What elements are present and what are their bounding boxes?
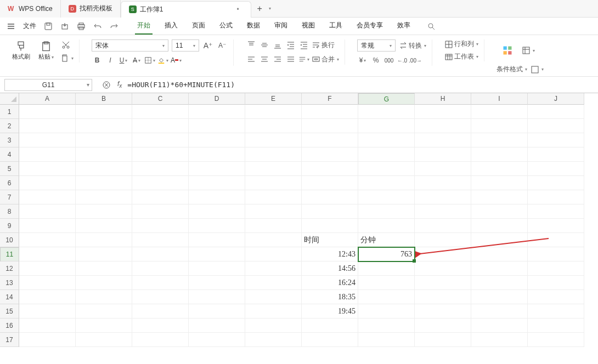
strike-icon[interactable]: A̶▾ xyxy=(131,55,142,66)
cell-C16[interactable] xyxy=(132,318,189,333)
cell-F3[interactable] xyxy=(302,133,358,147)
cell-D5[interactable] xyxy=(189,162,245,176)
name-box[interactable]: G11 ▾ xyxy=(4,79,92,91)
cell-B10[interactable] xyxy=(76,233,132,247)
cell-C6[interactable] xyxy=(132,176,189,190)
row-header-2[interactable]: 2 xyxy=(0,119,19,133)
cell-A14[interactable] xyxy=(19,290,76,304)
cell-D3[interactable] xyxy=(189,133,245,147)
cell-H6[interactable] xyxy=(415,176,471,190)
cell-E13[interactable] xyxy=(245,276,302,290)
cell-E3[interactable] xyxy=(245,133,302,147)
cell-F7[interactable] xyxy=(302,190,358,204)
cell-C8[interactable] xyxy=(132,204,189,219)
cell-H9[interactable] xyxy=(415,219,471,233)
fill-color-icon[interactable]: ▾ xyxy=(157,55,168,66)
cell-C4[interactable] xyxy=(132,147,189,162)
cell-F10[interactable]: 时间 xyxy=(302,233,358,247)
cell-A12[interactable] xyxy=(19,261,76,276)
cell-B1[interactable] xyxy=(76,105,132,119)
cell-G11[interactable]: 763 xyxy=(358,247,415,261)
cell-F8[interactable] xyxy=(302,204,358,219)
cell-B5[interactable] xyxy=(76,162,132,176)
tab-workbook1[interactable]: S 工作簿1 • xyxy=(121,1,252,18)
cell-E14[interactable] xyxy=(245,290,302,304)
cell-A4[interactable] xyxy=(19,147,76,162)
cell-A11[interactable] xyxy=(19,247,76,261)
font-size-select[interactable]: 11▾ xyxy=(172,39,199,52)
tab-start[interactable]: 开始 xyxy=(135,18,153,35)
cell-B12[interactable] xyxy=(76,261,132,276)
align-middle-icon[interactable] xyxy=(259,39,270,50)
cell-C17[interactable] xyxy=(132,333,189,347)
cell-C2[interactable] xyxy=(132,119,189,133)
comma-icon[interactable]: 000 xyxy=(383,55,394,66)
cell-I9[interactable] xyxy=(471,219,528,233)
decrease-font-icon[interactable]: A⁻ xyxy=(217,40,228,51)
undo-icon[interactable] xyxy=(93,22,102,31)
cell-G13[interactable] xyxy=(358,276,415,290)
cell-I2[interactable] xyxy=(471,119,528,133)
cell-J6[interactable] xyxy=(528,176,584,190)
select-all-corner[interactable] xyxy=(0,93,19,105)
cell-J2[interactable] xyxy=(528,119,584,133)
column-header-C[interactable]: C xyxy=(132,93,189,105)
cell-G6[interactable] xyxy=(358,176,415,190)
column-header-H[interactable]: H xyxy=(415,93,471,105)
search-icon[interactable] xyxy=(427,22,436,31)
format-painter-button[interactable]: 格式刷 xyxy=(10,40,32,62)
cell-F15[interactable]: 19:45 xyxy=(302,304,358,318)
row-header-14[interactable]: 14 xyxy=(0,290,19,304)
tab-insert[interactable]: 插入 xyxy=(162,18,180,35)
cell-B4[interactable] xyxy=(76,147,132,162)
cell-G4[interactable] xyxy=(358,147,415,162)
cell-I15[interactable] xyxy=(471,304,528,318)
cell-F1[interactable] xyxy=(302,105,358,119)
cell-J14[interactable] xyxy=(528,290,584,304)
cell-G7[interactable] xyxy=(358,190,415,204)
hamburger-icon[interactable] xyxy=(7,22,15,31)
cell-J3[interactable] xyxy=(528,133,584,147)
cell-B6[interactable] xyxy=(76,176,132,190)
cell-E15[interactable] xyxy=(245,304,302,318)
distribute-icon[interactable]: ▾ xyxy=(298,54,309,65)
cell-A17[interactable] xyxy=(19,333,76,347)
cell-C15[interactable] xyxy=(132,304,189,318)
cell-G12[interactable] xyxy=(358,261,415,276)
row-header-12[interactable]: 12 xyxy=(0,261,19,276)
cell-H12[interactable] xyxy=(415,261,471,276)
cell-G8[interactable] xyxy=(358,204,415,219)
cell-H7[interactable] xyxy=(415,190,471,204)
cell-F13[interactable]: 16:24 xyxy=(302,276,358,290)
tab-tools[interactable]: 工具 xyxy=(327,18,345,35)
cell-A10[interactable] xyxy=(19,233,76,247)
cell-A3[interactable] xyxy=(19,133,76,147)
row-header-16[interactable]: 16 xyxy=(0,318,19,333)
cell-I13[interactable] xyxy=(471,276,528,290)
row-header-9[interactable]: 9 xyxy=(0,219,19,233)
cell-D15[interactable] xyxy=(189,304,245,318)
cell-G5[interactable] xyxy=(358,162,415,176)
cell-H10[interactable] xyxy=(415,233,471,247)
row-header-17[interactable]: 17 xyxy=(0,333,19,347)
cell-I8[interactable] xyxy=(471,204,528,219)
cell-E17[interactable] xyxy=(245,333,302,347)
file-menu[interactable]: 文件 xyxy=(23,21,36,31)
cell-C7[interactable] xyxy=(132,190,189,204)
column-header-F[interactable]: F xyxy=(302,93,358,105)
new-tab-button[interactable]: + xyxy=(251,4,267,14)
increase-decimal-icon[interactable]: .00→ xyxy=(410,55,421,66)
cell-J4[interactable] xyxy=(528,147,584,162)
cell-H5[interactable] xyxy=(415,162,471,176)
indent-increase-icon[interactable] xyxy=(298,39,309,50)
cell-J9[interactable] xyxy=(528,219,584,233)
cell-G16[interactable] xyxy=(358,318,415,333)
bold-icon[interactable]: B xyxy=(92,55,103,66)
row-header-13[interactable]: 13 xyxy=(0,276,19,290)
cell-F9[interactable] xyxy=(302,219,358,233)
increase-font-icon[interactable]: A⁺ xyxy=(202,40,213,51)
row-header-10[interactable]: 10 xyxy=(0,233,19,247)
row-header-4[interactable]: 4 xyxy=(0,147,19,162)
cell-F17[interactable] xyxy=(302,333,358,347)
row-header-1[interactable]: 1 xyxy=(0,105,19,119)
